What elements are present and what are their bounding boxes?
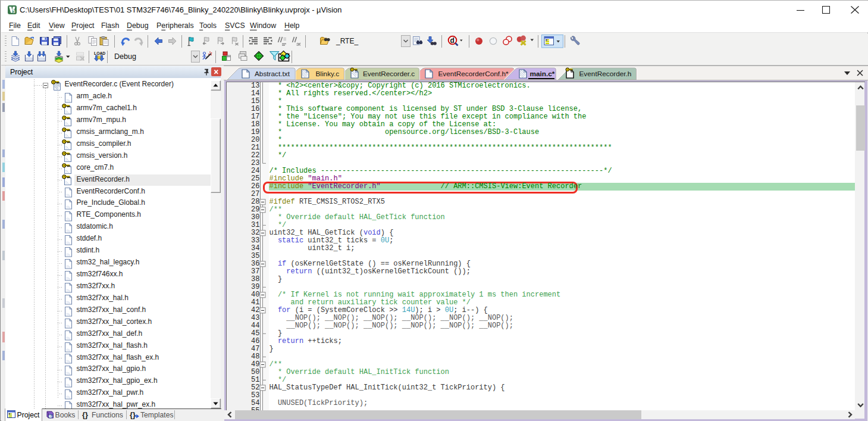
svg-text:d: d [450, 36, 455, 45]
svg-text:5: 5 [12, 9, 15, 14]
svg-text:?: ? [50, 414, 52, 418]
svg-text:LOAD: LOAD [94, 51, 105, 55]
